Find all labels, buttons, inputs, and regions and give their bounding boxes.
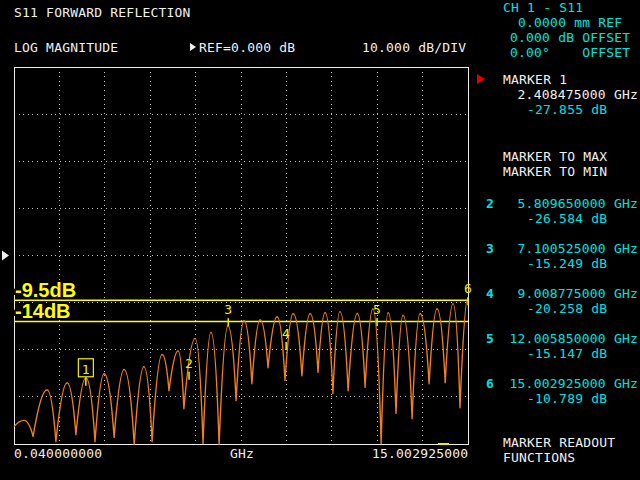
- scale-label: 10.000 dB/DIV: [362, 42, 466, 54]
- marker-number: 4: [486, 288, 494, 300]
- plot-marker-label-1: 1: [82, 362, 90, 377]
- marker-frequency: 9.008775000 GHz: [518, 288, 638, 300]
- menu-title-line2: FUNCTIONS: [503, 452, 575, 464]
- marker-level: -15.147 dB: [527, 348, 607, 360]
- marker-number: 2: [486, 198, 494, 210]
- active-marker-arrow-icon: [477, 74, 485, 84]
- marker-level: -10.789 dB: [527, 393, 607, 405]
- marker-level: -20.258 dB: [527, 303, 607, 315]
- marker-frequency: 15.002925000 GHz: [510, 378, 638, 390]
- marker-frequency: 12.005850000 GHz: [510, 333, 638, 345]
- marker-readout-row: 25.809650000 GHz-26.584 dB: [0, 198, 640, 228]
- marker-number: 5: [486, 333, 494, 345]
- menu-title-line1: MARKER READOUT: [503, 437, 615, 449]
- menu-item-marker-to-max[interactable]: MARKER TO MAX: [503, 151, 607, 163]
- x-axis-start: 0.040000000: [14, 448, 102, 460]
- active-marker-label: MARKER 1: [503, 74, 567, 86]
- channel-phase-offset: 0.00° OFFSET: [510, 47, 630, 59]
- marker-readout-row: 512.005850000 GHz-15.147 dB: [0, 333, 640, 363]
- channel-ref-offset: 0.0000 mm REF: [518, 17, 622, 29]
- marker-readout-row: 37.100525000 GHz-15.249 dB: [0, 243, 640, 273]
- marker-readout-row: 615.002925000 GHz-10.789 dB: [0, 378, 640, 408]
- vna-screen: 123456 S11 FORWARD REFLECTION LOG MAGNIT…: [0, 0, 640, 480]
- marker-frequency: 5.809650000 GHz: [518, 198, 638, 210]
- annotation-label-9p5db: -9.5dB: [15, 280, 76, 300]
- page-title: S11 FORWARD REFLECTION: [14, 7, 191, 19]
- marker-number: 6: [486, 378, 494, 390]
- menu-item-marker-to-min[interactable]: MARKER TO MIN: [503, 166, 607, 178]
- active-marker-frequency: 2.408475000 GHz: [518, 89, 638, 101]
- channel-db-offset: 0.000 dB OFFSET: [510, 32, 630, 44]
- channel-title: CH 1 - S11: [503, 2, 583, 14]
- marker-stimulus-dash: [438, 443, 449, 445]
- marker-frequency: 7.100525000 GHz: [518, 243, 638, 255]
- marker-level: -15.249 dB: [527, 258, 607, 270]
- annotation-label-14db: -14dB: [15, 301, 71, 321]
- ref-level-label: REF=0.000 dB: [199, 42, 295, 54]
- x-axis-unit: GHz: [230, 448, 254, 460]
- x-axis-stop: 15.002925000: [372, 448, 468, 460]
- marker-number: 3: [486, 243, 494, 255]
- ref-arrow-icon: [190, 43, 196, 51]
- active-marker-level: -27.855 dB: [527, 104, 607, 116]
- marker-level: -26.584 dB: [527, 213, 607, 225]
- marker-readout-row: 49.008775000 GHz-20.258 dB: [0, 288, 640, 318]
- format-label: LOG MAGNITUDE: [14, 42, 118, 54]
